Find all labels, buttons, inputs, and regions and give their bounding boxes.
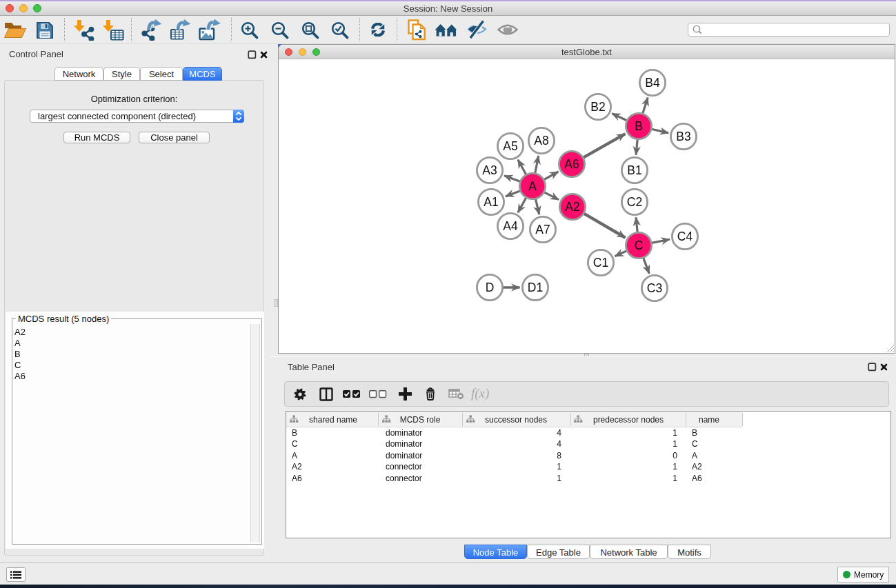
svg-text:B3: B3 [676,130,690,143]
svg-text:A8: A8 [534,134,548,148]
svg-text:A6: A6 [564,157,579,171]
svg-text:C4: C4 [677,230,693,243]
svg-text:C3: C3 [647,281,662,295]
svg-text:C2: C2 [627,195,642,209]
svg-text:B: B [635,119,643,133]
svg-text:A7: A7 [535,223,550,236]
svg-text:A3: A3 [482,163,497,177]
svg-text:B1: B1 [627,163,641,177]
svg-text:A5: A5 [503,139,517,153]
svg-text:B4: B4 [645,76,660,90]
svg-text:C1: C1 [593,256,608,270]
svg-text:B2: B2 [590,100,605,114]
svg-text:A: A [528,179,537,193]
svg-text:C: C [635,239,644,252]
svg-text:D: D [486,281,495,294]
svg-text:A4: A4 [503,219,518,233]
svg-text:A1: A1 [484,195,498,209]
svg-text:D1: D1 [528,281,543,294]
svg-text:A2: A2 [565,200,579,214]
